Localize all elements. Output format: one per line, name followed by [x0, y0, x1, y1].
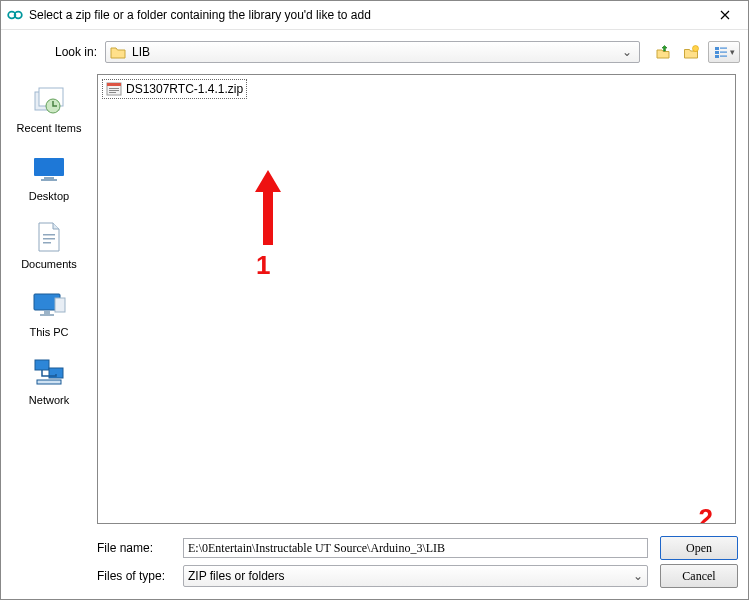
places-recent-items[interactable]: Recent Items — [9, 84, 89, 134]
svg-rect-12 — [34, 158, 64, 176]
svg-rect-13 — [44, 177, 54, 179]
places-documents[interactable]: Documents — [9, 220, 89, 270]
annotation-label-1: 1 — [256, 250, 270, 281]
recent-items-icon — [30, 84, 68, 118]
toolbar-icons: ▾ — [652, 41, 740, 63]
arduino-app-icon — [7, 7, 23, 23]
file-item-name: DS1307RTC-1.4.1.zip — [126, 82, 243, 96]
filename-input[interactable] — [183, 538, 648, 558]
annotation-arrow-1-icon — [253, 170, 283, 245]
file-list-pane[interactable]: DS1307RTC-1.4.1.zip 1 2 — [97, 74, 736, 524]
file-item[interactable]: DS1307RTC-1.4.1.zip — [102, 79, 247, 99]
filetype-value: ZIP files or folders — [188, 569, 633, 583]
documents-icon — [30, 220, 68, 254]
svg-rect-27 — [109, 88, 119, 89]
new-folder-button[interactable] — [680, 41, 702, 63]
places-this-pc[interactable]: This PC — [9, 288, 89, 338]
this-pc-icon — [30, 288, 68, 322]
bottom-panel: File name: Open Files of type: ZIP files… — [1, 530, 748, 600]
places-network[interactable]: Network — [9, 356, 89, 406]
folder-icon — [110, 45, 126, 59]
filetype-dropdown[interactable]: ZIP files or folders ⌄ — [183, 565, 648, 587]
svg-rect-24 — [37, 380, 61, 384]
lookin-dropdown[interactable]: LIB ⌄ — [105, 41, 640, 63]
up-one-level-button[interactable] — [652, 41, 674, 63]
svg-rect-26 — [107, 83, 121, 86]
svg-rect-6 — [720, 52, 727, 53]
lookin-row: Look in: LIB ⌄ ▾ — [1, 30, 748, 74]
title-bar: Select a zip file or a folder containing… — [1, 1, 748, 30]
svg-rect-14 — [41, 179, 57, 181]
annotation-label-2: 2 — [699, 503, 713, 524]
lookin-label: Look in: — [1, 45, 105, 59]
list-view-icon — [714, 46, 728, 58]
folder-new-icon — [683, 44, 699, 60]
zip-file-icon — [106, 81, 122, 97]
svg-rect-15 — [43, 234, 55, 236]
svg-rect-4 — [715, 51, 719, 54]
open-button[interactable]: Open — [660, 536, 738, 560]
svg-rect-28 — [109, 90, 119, 91]
svg-rect-8 — [720, 56, 727, 57]
view-menu-button[interactable]: ▾ — [708, 41, 740, 63]
network-icon — [30, 356, 68, 390]
cancel-button[interactable]: Cancel — [660, 564, 738, 588]
svg-rect-29 — [109, 92, 116, 93]
filename-label: File name: — [97, 541, 183, 555]
svg-rect-22 — [35, 360, 49, 370]
svg-rect-5 — [720, 48, 727, 49]
dialog-title: Select a zip file or a folder containing… — [29, 8, 702, 22]
lookin-value: LIB — [132, 45, 619, 59]
close-icon — [720, 10, 730, 20]
file-dialog-window: Select a zip file or a folder containing… — [0, 0, 749, 600]
places-bar: Recent Items Desktop Documents — [1, 74, 97, 530]
svg-rect-7 — [715, 55, 719, 58]
svg-rect-21 — [55, 298, 65, 312]
places-desktop[interactable]: Desktop — [9, 152, 89, 202]
close-button[interactable] — [702, 1, 748, 29]
chevron-down-icon: ▾ — [730, 47, 735, 57]
svg-rect-19 — [44, 311, 50, 314]
svg-rect-3 — [715, 47, 719, 50]
chevron-down-icon: ⌄ — [619, 45, 635, 59]
folder-up-icon — [655, 44, 671, 60]
filetype-label: Files of type: — [97, 569, 183, 583]
desktop-icon — [30, 152, 68, 186]
svg-rect-16 — [43, 238, 55, 240]
svg-rect-20 — [40, 314, 54, 316]
svg-rect-17 — [43, 242, 51, 244]
chevron-down-icon: ⌄ — [633, 569, 643, 583]
svg-point-2 — [693, 46, 699, 52]
